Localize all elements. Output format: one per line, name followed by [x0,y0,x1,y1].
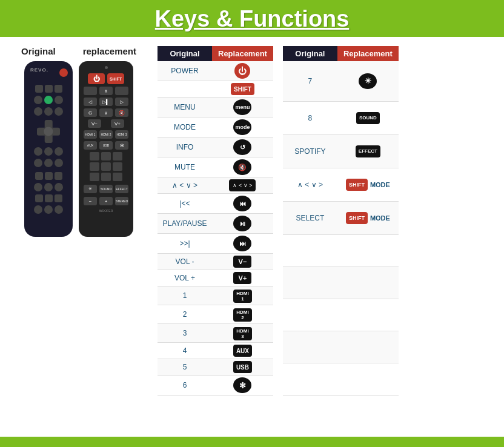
rep-woofer-label: WOOFER [99,209,113,213]
repl-spotify: EFFECT [337,134,399,168]
orig-btn-12 [55,147,63,156]
rep-up-btn: ∧ [99,87,113,95]
power-icon: ⏻ [234,63,250,79]
table1-orig-header: Original [158,46,212,61]
orig-dpad [37,120,60,143]
rep-num-grid [90,152,122,181]
orig-next: >>| [158,234,212,254]
rep-num-1 [90,152,99,161]
rep-stereo-btn: STEREO [115,197,128,205]
shift-part: SHIFT [346,179,368,191]
next-badge: ⏭ [233,236,251,251]
replacement-label: replacement [83,46,136,56]
bt-badge: ✻ [233,377,251,393]
table-row [283,331,399,363]
orig-8: 8 [283,101,337,134]
repl-menu: menu [212,98,273,118]
table-1: Original Replacement POWER ⏻ SHIFT [158,46,273,396]
orig-btn-13 [34,159,42,167]
orig-3: 3 [158,324,212,343]
table-row: VOL - V− [158,254,273,270]
orig-mode: MODE [158,118,212,137]
orig-btn-27 [55,205,63,214]
table-row: MUTE 🔇 [158,157,273,177]
remote-replacement: ⏻ SHIFT ∧ ◁ ▷▍ ▷ [79,61,133,237]
orig-btn-6 [55,96,63,104]
rep-num-3 [113,152,122,161]
rep-special-2: SOUND [99,185,113,193]
table-row: SHIFT [158,81,273,98]
repl-8: SOUND [337,101,399,134]
repl-2: HDMI2 [212,305,273,324]
repl-playpause: ⏯ [212,214,273,234]
prev-badge: ⏮ [233,196,251,211]
orig-1: 1 [158,286,212,305]
orig-2: 2 [158,305,212,324]
rep-menu-btn [84,87,97,95]
orig-btn-21 [55,183,63,191]
orig-btn-7 [34,107,42,116]
orig-btn-1 [35,85,43,93]
orig-btn-8 [44,107,53,116]
repl-volup: V+ [212,270,273,286]
rep-num-7 [90,173,99,181]
orig-empty1 [158,81,212,98]
repl-next: ⏭ [212,234,273,254]
orig-select: SELECT [283,201,337,234]
orig-btn-16 [35,172,43,180]
orig-mute: MUTE [158,157,212,177]
repl-info: ↺ [212,137,273,157]
orig-btn-5 [44,96,53,104]
original-label: Original [21,46,56,56]
arrows-badge: ∧ < ∨ > [229,179,256,191]
table-row [283,363,399,395]
rep-num-2 [101,152,111,161]
playpause-badge: ⏯ [233,216,251,231]
rep-power-btn: ⏻ [88,73,105,84]
remote-original: REVO. [24,61,73,237]
header-bar: Keys & Functions [0,0,504,37]
orig-arrows2: ∧ < ∨ > [283,168,337,201]
orig-btn-10 [34,147,42,156]
orig-menu: MENU [158,98,212,118]
rep-shift-btn: SHIFT [107,73,124,84]
brand-logo: REVO. [27,67,48,73]
table-row: MODE mode [158,118,273,137]
rep-usb-btn: USB [99,141,113,150]
orig-volup: VOL + [158,270,212,286]
table2-orig-header: Original [283,46,337,61]
orig-btn-25 [34,205,42,214]
orig-btn-2 [45,85,53,93]
table-row: |<< ⏮ [158,194,273,214]
table-row: >>| ⏭ [158,234,273,254]
tables-section: Original Replacement POWER ⏻ SHIFT [158,46,498,396]
rep-mode-btn [115,87,128,95]
star-badge: ✳ [359,73,377,89]
table-row: 1 HDMI1 [158,286,273,305]
hdmi1-badge: HDMI1 [233,290,251,303]
repl-5: USB [212,359,273,376]
hdmi3-badge: HDMI3 [233,327,251,340]
table-row: PLAY/PAUSE ⏯ [158,214,273,234]
mute-badge: 🔇 [233,159,251,175]
rep-voldown-btn: V− [88,119,101,128]
orig-btn-20 [44,183,53,191]
hdmi2-badge: HDMI2 [233,308,251,322]
orig-arrows: ∧ < ∨ > [158,177,212,194]
sound-badge: SOUND [356,112,380,124]
repl-prev: ⏮ [212,194,273,214]
repl-3: HDMI3 [212,324,273,343]
rep-mute-btn: 🔇 [115,108,128,117]
table-row: 2 HDMI2 [158,305,273,324]
repl-arrows: ∧ < ∨ > [212,177,273,194]
rep-special-1: ✳ [84,185,97,193]
rep-aux-btn: AUX [84,141,97,150]
table-row: 3 HDMI3 [158,324,273,343]
page-title: Keys & Functions [0,6,504,32]
menu-badge: menu [233,99,251,115]
table-row: 8 SOUND [283,101,399,134]
orig-btn-18 [55,172,62,180]
content-row: Original replacement REVO. [6,46,498,396]
remotes-images: REVO. [24,61,133,237]
shift-part2: SHIFT [346,212,368,224]
